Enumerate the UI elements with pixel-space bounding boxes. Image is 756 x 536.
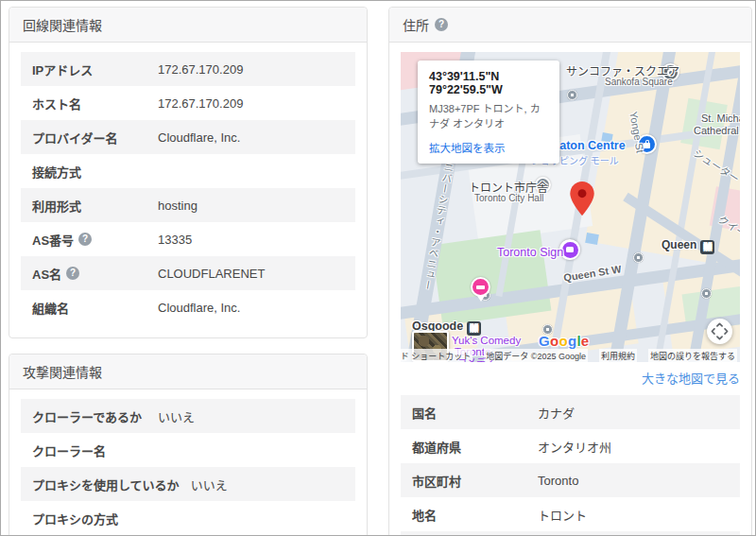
- map-label-st-michaels-1: St. Michael's: [701, 112, 740, 124]
- table-row: 都道府県 オンタリオ州: [401, 429, 740, 463]
- map-label-comedy-fragment: コメディ: [457, 354, 494, 362]
- left-column: 回線関連情報 IPアドレス 172.67.170.209 ホスト名 172.67…: [9, 7, 368, 535]
- row-label: プロキシの方式: [32, 510, 158, 527]
- table-row: 市区町村 Toronto: [401, 463, 740, 497]
- row-label: クローラーであるか: [32, 407, 158, 425]
- transit-entrance-icon: [701, 288, 712, 299]
- address-panel: 住所 ?: [388, 7, 752, 536]
- map-info-window: 43°39'11.5"N 79°22'59.5"W MJ38+7PF トロント,…: [418, 61, 559, 164]
- row-value: Toronto: [538, 474, 729, 488]
- map-label-st-michaels-2: Cathedral Basilica: [694, 125, 740, 136]
- row-value: いいえ: [191, 475, 344, 493]
- row-value: CLOUDFLARENET: [158, 267, 344, 281]
- google-map-embed[interactable]: サンコファ・スクエア Sankofa Square Yonge St St. M…: [401, 52, 740, 362]
- map-label-queen-station: QueenM: [662, 238, 714, 254]
- line-info-body: IPアドレス 172.67.170.209 ホスト名 172.67.170.20…: [9, 43, 367, 337]
- transit-entrance-icon: [567, 90, 577, 100]
- table-row: 組織名 Cloudflare, Inc.: [21, 290, 355, 324]
- row-label: AS番号 ?: [32, 231, 158, 249]
- pan-control[interactable]: [707, 319, 732, 344]
- row-label: クローラー名: [32, 441, 158, 459]
- page: 回線関連情報 IPアドレス 172.67.170.209 ホスト名 172.67…: [0, 0, 756, 536]
- subway-icon: M: [700, 240, 714, 254]
- right-column: 住所 ?: [388, 7, 752, 535]
- row-value: 172.67.170.209: [158, 96, 344, 111]
- transit-entrance-icon: [633, 252, 644, 263]
- row-label: 都道府県: [412, 438, 538, 456]
- table-row: ホスト名 172.67.170.209: [21, 86, 355, 120]
- row-label: 国名: [412, 404, 538, 422]
- row-label: プロバイダー名: [32, 129, 158, 147]
- table-row: AS番号 ? 13335: [21, 222, 355, 256]
- row-label: 市区町村: [412, 472, 538, 490]
- row-value: 13335: [158, 233, 344, 247]
- row-label: 接続方式: [32, 163, 158, 181]
- table-row: [401, 531, 740, 536]
- row-value: 172.67.170.209: [158, 62, 344, 77]
- google-logo[interactable]: Google: [539, 333, 590, 349]
- row-label: AS名 ?: [32, 265, 158, 283]
- map-label-city-hall-en: Toronto City Hall: [474, 193, 543, 203]
- row-value: トロント: [538, 506, 729, 524]
- coordinates-text: 43°39'11.5"N 79°22'59.5"W: [429, 70, 548, 96]
- table-row: プロバイダー名 Cloudflare, Inc.: [21, 120, 355, 154]
- table-row: AS名 ? CLOUDFLARENET: [21, 256, 355, 290]
- map-pool: [585, 233, 599, 245]
- map-data-text: 地図データ ©2025 Google: [484, 349, 588, 362]
- help-icon[interactable]: ?: [78, 233, 92, 246]
- row-value: Cloudflare, Inc.: [158, 301, 344, 315]
- row-value: Cloudflare, Inc.: [158, 130, 344, 145]
- plus-code-text: MJ38+7PF トロント, カナダ オンタリオ: [429, 102, 548, 132]
- attack-info-panel: 攻撃関連情報 クローラーであるか いいえ クローラー名 プロキシを使用しているか…: [9, 354, 368, 536]
- view-larger-map-link[interactable]: 拡大地図を表示: [429, 140, 548, 155]
- map-marker-pin[interactable]: [570, 182, 594, 219]
- pan-arrows-icon: [709, 320, 730, 342]
- row-label: 地名: [412, 506, 538, 524]
- table-row: 地名 トロント: [401, 497, 740, 531]
- row-value: hosting: [158, 199, 344, 213]
- attack-info-title: 攻撃関連情報: [23, 362, 102, 381]
- line-info-title: 回線関連情報: [23, 15, 102, 34]
- row-label: 組織名: [32, 299, 158, 317]
- subway-icon: M: [467, 321, 481, 336]
- line-info-header: 回線関連情報: [9, 8, 367, 43]
- table-row: プロキシを使用しているか いいえ: [21, 467, 355, 501]
- map-label-toronto-sign: Toronto Sign: [497, 246, 563, 259]
- row-value: オンタリオ州: [538, 438, 729, 456]
- map-label-sankofa-en: Sankofa Square: [605, 77, 673, 87]
- row-value: いいえ: [158, 407, 344, 425]
- table-row: クローラーであるか いいえ: [21, 399, 355, 433]
- map-attribution: キーボード ショートカット 地図データ ©2025 Google 利用規約 地図…: [401, 350, 740, 362]
- table-row: 利用形式 hosting: [21, 188, 355, 222]
- address-rows: 国名 カナダ 都道府県 オンタリオ州 市区町村 Toronto 地名 トロント: [401, 395, 740, 536]
- report-error-link[interactable]: 地図の誤りを報告する: [648, 349, 737, 362]
- enlarge-map-row: 大きな地図で見る: [401, 369, 740, 387]
- help-icon[interactable]: ?: [435, 18, 448, 31]
- row-value: カナダ: [538, 404, 729, 422]
- row-label: ホスト名: [32, 95, 158, 112]
- help-icon[interactable]: ?: [66, 267, 79, 280]
- address-title: 住所: [403, 15, 429, 34]
- row-label: プロキシを使用しているか: [32, 475, 191, 493]
- terms-link[interactable]: 利用規約: [599, 349, 637, 362]
- table-row: プロキシの方式: [21, 501, 355, 535]
- address-header: 住所 ?: [389, 8, 751, 43]
- lodging-icon[interactable]: [471, 277, 490, 297]
- line-info-panel: 回線関連情報 IPアドレス 172.67.170.209 ホスト名 172.67…: [9, 7, 368, 338]
- table-row: クローラー名: [21, 433, 355, 467]
- attack-info-header: 攻撃関連情報: [9, 354, 367, 389]
- view-bigger-map-link[interactable]: 大きな地図で見る: [642, 372, 740, 386]
- table-row: 接続方式: [21, 154, 355, 188]
- row-label: 利用形式: [32, 197, 158, 215]
- table-row: IPアドレス 172.67.170.209: [21, 52, 355, 86]
- table-row: 国名 カナダ: [401, 395, 740, 429]
- map-label-yuks-1: Yuk's Comedy: [452, 335, 521, 346]
- row-label: IPアドレス: [32, 61, 158, 78]
- address-body: サンコファ・スクエア Sankofa Square Yonge St St. M…: [389, 43, 751, 536]
- attack-info-body: クローラーであるか いいえ クローラー名 プロキシを使用しているか いいえ プロ…: [9, 389, 367, 536]
